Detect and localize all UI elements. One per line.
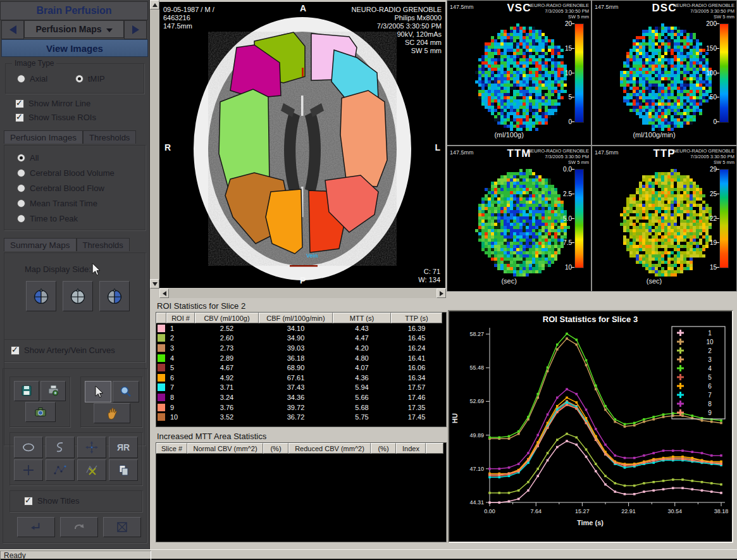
scroll-left-button[interactable] <box>159 289 169 298</box>
scroll-right-button[interactable] <box>437 289 446 298</box>
zoom-tool-button[interactable] <box>113 381 139 402</box>
radio-time-to-peak[interactable]: Time to Peak <box>17 214 145 223</box>
radio-cerebral-blood-flow[interactable]: Cerebral Blood Flow <box>17 184 145 193</box>
scale-tick-mark <box>571 73 574 73</box>
svg-text:49.89: 49.89 <box>469 432 484 439</box>
view-images-button[interactable]: View Images <box>1 39 148 57</box>
table-row[interactable]: 42.8936.184.8016.41 <box>156 353 446 363</box>
column-header[interactable] <box>426 443 443 454</box>
radio-axial[interactable]: Axial <box>17 74 47 84</box>
nav-next-button[interactable] <box>124 20 147 39</box>
perfusion-maps-menu[interactable]: Perfusion Maps <box>24 20 124 38</box>
roi-color-swatch <box>158 364 165 371</box>
column-header[interactable]: Slice # <box>156 443 187 454</box>
undo-button[interactable] <box>60 517 98 537</box>
tab-perfusion-images[interactable]: Perfusion Images <box>4 130 83 144</box>
column-header[interactable]: ROI # <box>166 313 195 323</box>
copy-roi-button[interactable] <box>109 459 138 481</box>
print-capture-button[interactable] <box>40 381 66 401</box>
tab-thresholds-2[interactable]: Thresholds <box>77 238 130 251</box>
column-header[interactable]: MTT (s) <box>333 313 391 323</box>
tab-summary-maps[interactable]: Summary Maps <box>4 238 77 251</box>
sidebar: Brain Perfusion Perfusion Maps View Imag… <box>0 0 150 549</box>
column-header[interactable]: Normal CBV (mm^2) <box>187 443 263 454</box>
table-row[interactable]: 103.5236.725.7517.45 <box>156 412 446 422</box>
site-info: NEURO-RADIO GRENOBLE Philips Mx8000 7/3/… <box>352 6 442 55</box>
roi-curves-chart: ROI Statistics for Slice 344.3147.1049.8… <box>449 311 732 542</box>
map-side-both-button[interactable] <box>63 281 93 311</box>
camera-button[interactable] <box>25 402 56 422</box>
scale-tick-label: 5 <box>553 94 572 101</box>
scroll-down-icon <box>152 282 158 286</box>
map-dsc[interactable]: DSC147.5mmNEURO-RADIO GRENOBLE7/3/2005 3… <box>592 1 736 145</box>
column-header[interactable]: Reduced CBV (mm^2) <box>288 443 371 454</box>
radio-icon <box>17 169 25 177</box>
table-row[interactable]: 73.7137.435.9417.57 <box>156 383 446 393</box>
mtt-statistics-table: Slice #Normal CBV (mm^2)(%)Reduced CBV (… <box>156 442 447 542</box>
pan-tool-button[interactable] <box>94 403 130 423</box>
checkbox-artery-vein-curves[interactable]: Show Artery/Vein Curves <box>11 345 115 355</box>
scroll-up-button[interactable] <box>150 0 159 9</box>
scale-tick-label: 22 <box>698 215 717 221</box>
checkbox-icon <box>11 346 20 355</box>
column-header[interactable]: CBV (ml/100g) <box>195 313 259 323</box>
move-roi-button[interactable] <box>77 437 106 458</box>
delete-roi-button[interactable] <box>77 459 106 481</box>
radio-axial-icon <box>17 75 25 83</box>
table-row[interactable]: 83.2434.365.6617.46 <box>156 392 446 402</box>
ellipse-icon <box>21 440 36 455</box>
select-tool-button[interactable] <box>85 381 111 402</box>
table-row[interactable]: 12.5234.104.4316.39 <box>156 323 446 333</box>
table-row[interactable]: 54.6768.904.0716.06 <box>156 363 446 373</box>
radio-cerebral-blood-volume[interactable]: Cerebral Blood Volume <box>17 168 145 178</box>
checkbox-show-tissue-rois[interactable]: Show Tissue ROIs <box>15 113 96 122</box>
scale-tick-label: 7.5 <box>553 239 572 246</box>
radio-mean-transit-time[interactable]: Mean Transit Time <box>17 199 145 208</box>
table-row[interactable]: 64.9267.614.3616.34 <box>156 373 446 383</box>
svg-text:8: 8 <box>708 401 712 408</box>
apply-button[interactable] <box>17 517 55 537</box>
perfusion-maps-menu-label: Perfusion Maps <box>35 24 101 34</box>
scale-tick-mark <box>716 48 719 49</box>
column-header[interactable] <box>156 313 166 323</box>
scale-tick-mark <box>571 169 574 170</box>
polyline-roi-button[interactable] <box>46 459 75 481</box>
main-image-hscrollbar[interactable] <box>159 289 446 298</box>
export-tools-group <box>9 376 70 427</box>
table-row[interactable]: 22.6034.904.4716.45 <box>156 333 446 344</box>
save-button[interactable] <box>14 381 39 401</box>
column-header[interactable]: TTP (s) <box>391 313 442 323</box>
radio-all[interactable]: All <box>17 153 145 163</box>
svg-text:38.18: 38.18 <box>714 508 729 514</box>
flip-letters-icon: ЯR <box>117 442 130 452</box>
mirror-roi-button[interactable]: ЯR <box>109 437 138 458</box>
radio-tmip[interactable]: tMIP <box>75 74 105 84</box>
column-header[interactable]: (%) <box>263 443 288 454</box>
table-row[interactable]: 32.7339.034.2016.24 <box>156 343 446 353</box>
map-side-left-button[interactable] <box>26 281 56 311</box>
map-ttp[interactable]: TTP147.5mmNEURO-RADIO GRENOBLE7/3/2005 3… <box>592 146 736 291</box>
nav-prev-button[interactable] <box>1 20 24 39</box>
map-side-right-button[interactable] <box>99 281 130 311</box>
checkbox-show-mirror-line[interactable]: Show Mirror Line <box>15 99 90 108</box>
crosshair-button[interactable] <box>14 459 43 481</box>
vein-label: Vein <box>306 252 318 259</box>
map-ttm[interactable]: TTM147.5mmNEURO-RADIO GRENOBLE7/3/2005 3… <box>447 146 591 291</box>
svg-text:44.31: 44.31 <box>469 499 484 506</box>
freehand-roi-button[interactable] <box>46 437 75 458</box>
map-vsc[interactable]: VSC147.5mmNEURO-RADIO GRENOBLE7/3/2005 3… <box>447 1 591 145</box>
main-brain-image-viewport[interactable]: Vein 09-05-1987 / M / 6463216 147.5mm NE… <box>159 2 445 288</box>
svg-text:55.48: 55.48 <box>469 364 484 371</box>
tab-thresholds-1[interactable]: Thresholds <box>83 130 136 144</box>
scale-tick-label: 0 <box>698 118 717 125</box>
main-image-vscrollbar[interactable] <box>150 0 159 289</box>
table-row[interactable]: 93.7639.725.6817.35 <box>156 402 446 413</box>
column-header[interactable]: CBF (ml/100g/min) <box>259 313 333 323</box>
column-header[interactable]: (%) <box>371 443 396 454</box>
ellipse-roi-button[interactable] <box>14 437 43 458</box>
column-header[interactable]: Index <box>396 443 426 454</box>
close-button[interactable] <box>103 517 141 537</box>
polyline-icon <box>53 463 68 478</box>
scroll-down-button[interactable] <box>150 279 159 289</box>
checkbox-show-titles[interactable]: Show Titles <box>24 496 79 506</box>
